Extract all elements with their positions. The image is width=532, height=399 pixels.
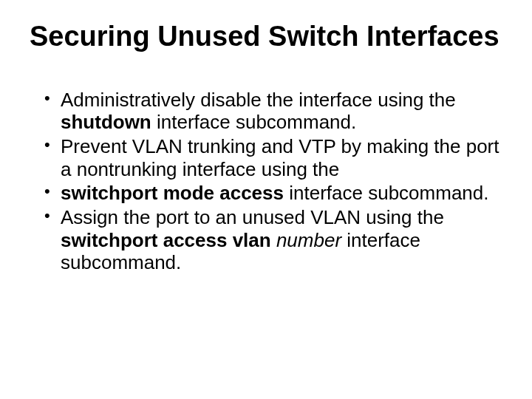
bullet-text: switchport mode access (61, 182, 289, 204)
bullet-item: Prevent VLAN trunking and VTP by making … (44, 135, 502, 180)
bullet-text: Assign the port to an unused VLAN using … (61, 206, 444, 228)
bullet-text: shutdown (61, 111, 151, 133)
bullet-item: Administratively disable the interface u… (44, 89, 502, 134)
bullet-item: switchport mode access interface subcomm… (44, 182, 502, 205)
slide-title: Securing Unused Switch Interfaces (30, 21, 502, 53)
bullet-item: Assign the port to an unused VLAN using … (44, 206, 502, 274)
bullet-text: number (276, 229, 341, 251)
bullet-text: Administratively disable the interface u… (61, 89, 456, 111)
bullet-text: switchport access vlan (61, 229, 276, 251)
bullet-text: Prevent VLAN trunking and VTP by making … (61, 135, 499, 180)
bullet-text: interface subcommand. (151, 111, 356, 133)
bullet-text: interface subcommand. (289, 182, 488, 204)
bullet-list: Administratively disable the interface u… (30, 89, 502, 274)
